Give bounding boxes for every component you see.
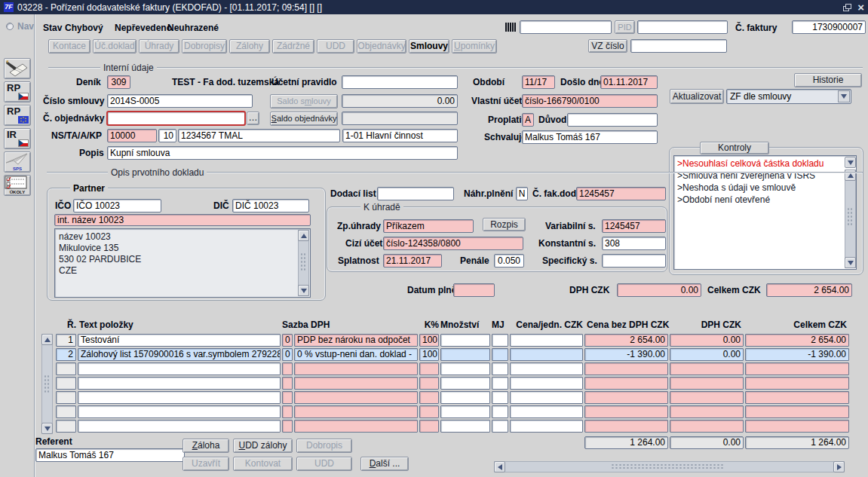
grid-scroll-up-icon[interactable]	[41, 334, 53, 345]
grid-cell-code[interactable]	[282, 391, 293, 404]
address-scroll-thumb[interactable]	[300, 252, 307, 271]
grid-cell-rate[interactable]	[294, 377, 418, 390]
grid-cell-total[interactable]	[745, 362, 849, 375]
pid-input[interactable]	[637, 20, 728, 34]
grid-cell-vat[interactable]: 0.00	[670, 348, 744, 361]
rozpis-button[interactable]: Rozpis	[483, 218, 526, 231]
grid-cell-k[interactable]	[419, 391, 439, 404]
udd-zalohy-button[interactable]: UDD zálohy	[233, 439, 293, 453]
grid-cell-k[interactable]: 100	[419, 334, 439, 347]
grid-cell-text[interactable]	[78, 362, 281, 375]
grid-cell-qty[interactable]	[440, 405, 490, 418]
ucetni-pravidlo-field[interactable]	[342, 75, 458, 89]
grid-cell-text[interactable]	[78, 377, 281, 390]
sidebar-button-sps[interactable]: SPS	[4, 151, 31, 173]
grid-cell-net[interactable]	[584, 377, 668, 390]
kontroly-scroll-down-icon[interactable]	[845, 257, 856, 268]
proplatit-field[interactable]: A	[522, 113, 534, 127]
saldo-smlouvy-button[interactable]: Saldo smlouvy	[270, 94, 338, 109]
dalsi-button[interactable]: Další ...	[360, 457, 409, 471]
grid-hscroll-thumb[interactable]	[611, 463, 724, 470]
grid-cell-unit[interactable]	[510, 362, 583, 375]
tab-zalohy[interactable]: Zálohy	[229, 39, 270, 54]
grid-cell-qty[interactable]	[440, 420, 490, 433]
address-scroll-down-icon[interactable]	[298, 285, 309, 296]
grid-cell-unit[interactable]	[510, 405, 583, 418]
grid-cell-code[interactable]	[282, 362, 293, 375]
pid-button[interactable]: PID	[615, 20, 635, 34]
grid-cell-unit[interactable]	[510, 334, 583, 347]
grid-cell-mj[interactable]	[492, 377, 508, 390]
variabilni-field[interactable]: 1245457	[602, 219, 666, 233]
grid-scroll-thumb[interactable]	[44, 375, 51, 393]
grid-cell-rate[interactable]	[294, 420, 418, 433]
grid-cell-unit[interactable]	[510, 420, 583, 433]
tab-upominky[interactable]: Upomínky	[452, 39, 497, 54]
grid-cell-net[interactable]	[584, 405, 668, 418]
tab-udd[interactable]: UDD	[317, 39, 354, 54]
datum-plneni-field[interactable]	[453, 283, 495, 297]
address-scroll-up-icon[interactable]	[298, 230, 309, 241]
cislo-smlouvy-field[interactable]: 2014S-0005	[107, 94, 253, 108]
grid-cell-text[interactable]: Zálohový list 1570900016 s var.symbolem …	[78, 348, 281, 361]
nahr-plneni-field[interactable]: N	[516, 187, 528, 200]
grid-cell-num[interactable]	[56, 420, 76, 433]
dodaci-list-field[interactable]	[377, 187, 454, 200]
grid-cell-unit[interactable]	[510, 348, 583, 361]
grid-cell-vat[interactable]	[670, 420, 744, 433]
vz-cislo-button[interactable]: VZ číslo	[588, 39, 627, 53]
grid-cell-num[interactable]: 1	[56, 334, 76, 347]
grid-cell-net[interactable]	[584, 391, 668, 404]
grid-cell-qty[interactable]	[440, 391, 490, 404]
doslo-dne-field[interactable]: 01.11.2017	[600, 75, 658, 89]
kontroly-scroll-thumb[interactable]	[847, 207, 854, 225]
historie-button[interactable]: Historie	[794, 73, 862, 87]
grid-cell-mj[interactable]	[492, 391, 508, 404]
grid-cell-qty[interactable]	[440, 348, 490, 361]
tab-uc-doklad[interactable]: Úč.doklad	[93, 39, 136, 54]
grid-cell-total[interactable]: 2 654.00	[745, 334, 849, 347]
grid-cell-text[interactable]	[78, 405, 281, 418]
grid-cell-num[interactable]: 2	[56, 348, 76, 361]
grid-cell-num[interactable]	[56, 377, 76, 390]
ico-field[interactable]: IČO 10023	[73, 199, 161, 213]
grid-cell-rate[interactable]: 0 % vstup-neni dan. doklad -	[294, 348, 418, 361]
obdobi-field[interactable]: 11/17	[522, 75, 555, 89]
grid-cell-code[interactable]: 0	[282, 348, 293, 361]
kontovat-button[interactable]: Kontovat	[233, 457, 293, 471]
c-objednavky-field[interactable]	[107, 112, 245, 125]
sidebar-button-ir-cz[interactable]: IR	[4, 128, 31, 149]
grid-cell-k[interactable]	[419, 377, 439, 390]
invoice-number-field[interactable]: 1730900007	[792, 20, 866, 34]
grid-cell-rate[interactable]: PDP bez nároku na odpočet	[294, 334, 418, 347]
zp-uhrady-field[interactable]: Příkazem	[383, 219, 474, 233]
grid-cell-vat[interactable]	[670, 405, 744, 418]
grid-cell-rate[interactable]	[294, 405, 418, 418]
vlastni-ucet-field[interactable]: číslo-166790/0100	[522, 94, 658, 108]
grid-cell-mj[interactable]	[492, 420, 508, 433]
zf-dropdown-arrow-icon[interactable]	[838, 90, 850, 102]
tab-uhrady[interactable]: Úhrady	[139, 39, 179, 54]
grid-cell-vat[interactable]	[670, 377, 744, 390]
grid-cell-total[interactable]	[745, 377, 849, 390]
grid-cell-num[interactable]	[56, 362, 76, 375]
grid-cell-text[interactable]	[78, 391, 281, 404]
ns-field-1[interactable]: 10000	[107, 129, 157, 142]
grid-cell-text[interactable]: Testování	[78, 334, 281, 347]
sidebar-button-sign-invoice[interactable]	[4, 58, 31, 79]
denik-field[interactable]: 309	[107, 75, 130, 89]
grid-cell-code[interactable]: 0	[282, 334, 293, 347]
grid-cell-total[interactable]	[745, 420, 849, 433]
grid-cell-unit[interactable]	[510, 377, 583, 390]
tab-smlouvy[interactable]: Smlouvy	[409, 39, 449, 54]
referent-field[interactable]: Malkus Tomáš 167	[35, 448, 185, 462]
grid-cell-mj[interactable]	[492, 362, 508, 375]
grid-scroll-down-icon[interactable]	[41, 423, 53, 434]
kontroly-item[interactable]: >Neshoda s údaji ve smlouvě	[677, 182, 796, 193]
grid-cell-k[interactable]	[419, 362, 439, 375]
objednavka-lookup-button[interactable]: …	[247, 112, 259, 125]
kontroly-title-button[interactable]: Kontroly	[700, 142, 769, 154]
sidebar-button-ukoly[interactable]: ÚKOLY	[4, 175, 31, 196]
grid-scroll-right-icon[interactable]	[833, 461, 845, 472]
specificky-field[interactable]	[602, 254, 666, 268]
